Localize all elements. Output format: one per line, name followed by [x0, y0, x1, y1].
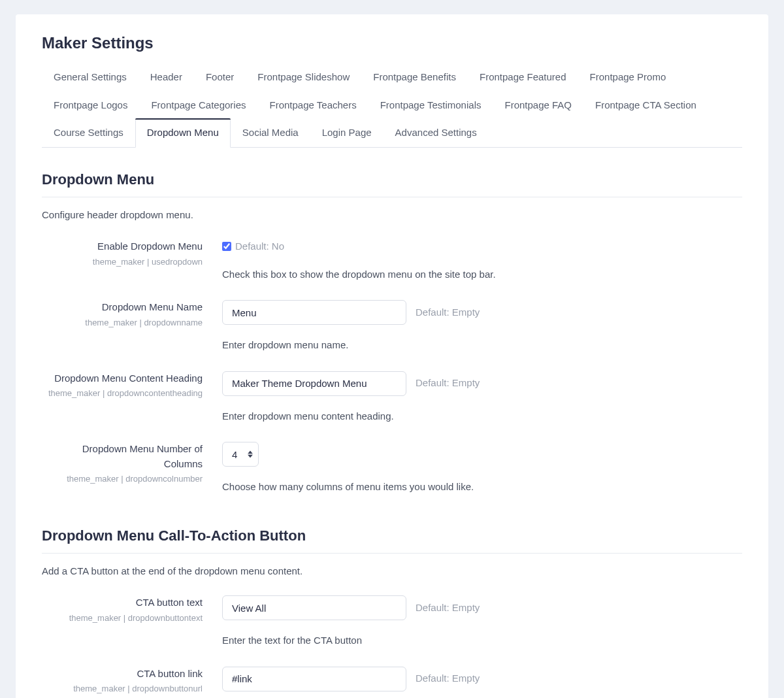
- label-col: CTA button link theme_maker | dropdownbu…: [42, 667, 222, 695]
- input-col: 4 Choose how many columns of menu items …: [222, 442, 742, 495]
- label-col: CTA button text theme_maker | dropdownbu…: [42, 595, 222, 624]
- tab-frontpage-logos[interactable]: Frontpage Logos: [42, 91, 139, 120]
- tab-frontpage-testimonials[interactable]: Frontpage Testimonials: [368, 91, 493, 120]
- label-col: Dropdown Menu Content Heading theme_make…: [42, 371, 222, 400]
- tab-frontpage-categories[interactable]: Frontpage Categories: [139, 91, 257, 120]
- help-text: Check this box to show the dropdown menu…: [222, 267, 742, 282]
- row-cta-link: CTA button link theme_maker | dropdownbu…: [42, 667, 742, 699]
- help-text: Enter dropdown menu content heading.: [222, 409, 742, 424]
- tabs-bar: General SettingsHeaderFooterFrontpage Sl…: [42, 63, 742, 148]
- tab-dropdown-menu[interactable]: Dropdown Menu: [135, 118, 231, 148]
- field-label: CTA button link: [42, 667, 203, 682]
- settings-panel: Maker Settings General SettingsHeaderFoo…: [16, 14, 768, 698]
- field-sub: theme_maker | dropdownbuttonurl: [42, 682, 203, 695]
- tab-frontpage-teachers[interactable]: Frontpage Teachers: [258, 91, 368, 120]
- tab-frontpage-benefits[interactable]: Frontpage Benefits: [361, 63, 468, 91]
- field-label: Dropdown Menu Content Heading: [42, 371, 203, 386]
- input-col: Default: Empty Enter dropdown menu name.: [222, 300, 742, 353]
- tab-frontpage-promo[interactable]: Frontpage Promo: [578, 63, 678, 91]
- field-label: Enable Dropdown Menu: [42, 239, 203, 254]
- input-col: Default: Empty Enter the target URL of t…: [222, 667, 742, 699]
- input-col: Default: Empty Enter dropdown menu conte…: [222, 371, 742, 424]
- section-desc-cta: Add a CTA button at the end of the dropd…: [42, 564, 742, 579]
- default-text: Default: Empty: [416, 601, 480, 616]
- help-text: Enter the text for the CTA button: [222, 633, 742, 648]
- cta-link-input[interactable]: [222, 667, 406, 691]
- columns-select-wrap: 4: [222, 442, 259, 467]
- section-title-dropdown: Dropdown Menu: [42, 169, 742, 197]
- enable-dropdown-checkbox[interactable]: [222, 242, 231, 251]
- default-text: Default: Empty: [416, 305, 480, 320]
- tab-frontpage-cta-section[interactable]: Frontpage CTA Section: [583, 91, 708, 120]
- label-col: Dropdown Menu Number of Columns theme_ma…: [42, 442, 222, 486]
- label-col: Dropdown Menu Name theme_maker | dropdow…: [42, 300, 222, 329]
- row-cta-text: CTA button text theme_maker | dropdownbu…: [42, 595, 742, 648]
- label-col: Enable Dropdown Menu theme_maker | usedr…: [42, 239, 222, 268]
- field-sub: theme_maker | dropdownbuttontext: [42, 612, 203, 625]
- input-col: Default: Empty Enter the text for the CT…: [222, 595, 742, 648]
- field-label: Dropdown Menu Number of Columns: [42, 442, 203, 471]
- field-sub: theme_maker | dropdownname: [42, 316, 203, 329]
- help-text: Choose how many columns of menu items yo…: [222, 480, 742, 495]
- default-text: Default: Empty: [416, 376, 480, 391]
- tab-frontpage-slideshow[interactable]: Frontpage Slideshow: [246, 63, 361, 91]
- tab-footer[interactable]: Footer: [194, 63, 246, 91]
- checkbox-wrap[interactable]: Default: No: [222, 239, 284, 254]
- row-content-heading: Dropdown Menu Content Heading theme_make…: [42, 371, 742, 424]
- field-label: CTA button text: [42, 595, 203, 610]
- tab-login-page[interactable]: Login Page: [310, 118, 384, 148]
- dropdown-name-input[interactable]: [222, 300, 406, 325]
- field-sub: theme_maker | dropdowncolnumber: [42, 473, 203, 486]
- tab-frontpage-featured[interactable]: Frontpage Featured: [468, 63, 578, 91]
- row-columns: Dropdown Menu Number of Columns theme_ma…: [42, 442, 742, 495]
- columns-select[interactable]: 4: [222, 442, 259, 467]
- row-dropdown-name: Dropdown Menu Name theme_maker | dropdow…: [42, 300, 742, 353]
- content-heading-input[interactable]: [222, 371, 406, 396]
- tab-advanced-settings[interactable]: Advanced Settings: [384, 118, 489, 148]
- default-text: Default: Empty: [416, 671, 480, 686]
- field-sub: theme_maker | dropdowncontentheading: [42, 387, 203, 400]
- tab-social-media[interactable]: Social Media: [231, 118, 310, 148]
- input-col: Default: No Check this box to show the d…: [222, 239, 742, 282]
- tab-frontpage-faq[interactable]: Frontpage FAQ: [493, 91, 583, 120]
- section-desc-dropdown: Configure header dropdown menu.: [42, 208, 742, 223]
- page-title: Maker Settings: [42, 31, 742, 55]
- help-text: Enter dropdown menu name.: [222, 338, 742, 353]
- cta-text-input[interactable]: [222, 595, 406, 620]
- section-title-cta: Dropdown Menu Call-To-Action Button: [42, 525, 742, 554]
- field-label: Dropdown Menu Name: [42, 300, 203, 315]
- row-enable-dropdown: Enable Dropdown Menu theme_maker | usedr…: [42, 239, 742, 282]
- tab-course-settings[interactable]: Course Settings: [42, 118, 135, 148]
- default-text: Default: No: [235, 239, 284, 254]
- field-sub: theme_maker | usedropdown: [42, 256, 203, 269]
- tab-general-settings[interactable]: General Settings: [42, 63, 139, 91]
- tab-header[interactable]: Header: [139, 63, 194, 91]
